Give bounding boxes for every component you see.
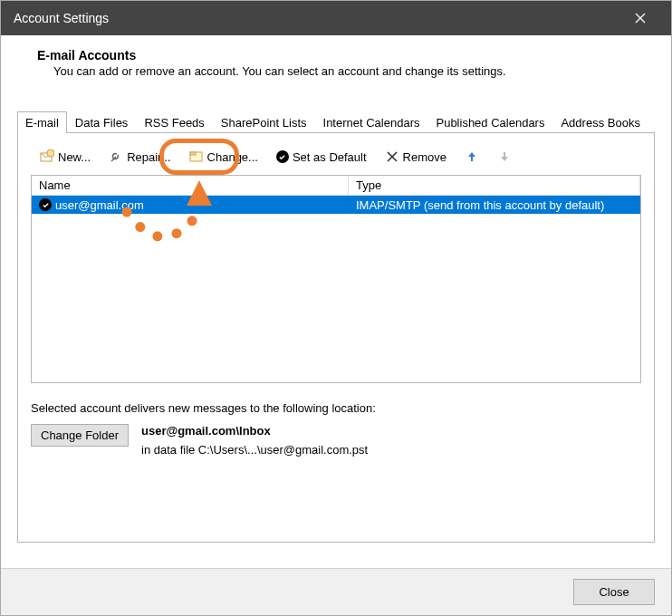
- svg-point-3: [47, 149, 54, 157]
- page-description: You can add or remove an account. You ca…: [53, 64, 644, 78]
- close-button[interactable]: [622, 1, 658, 35]
- col-header-name[interactable]: Name: [32, 176, 349, 195]
- list-header: Name Type: [32, 176, 640, 196]
- account-list[interactable]: Name Type user@gmail.com IMAP/SMTP (send…: [31, 175, 641, 383]
- page-title: E-mail Accounts: [37, 48, 644, 63]
- repair-label: Repair...: [127, 150, 170, 164]
- toolbar: New... Repair... Change... Set as Defaul…: [31, 146, 641, 175]
- remove-label: Remove: [403, 150, 446, 164]
- titlebar: Account Settings: [1, 1, 671, 35]
- delivery-datafile: in data file C:\Users\...\user@gmail.com…: [141, 443, 368, 457]
- new-label: New...: [58, 150, 91, 164]
- move-up-button[interactable]: [459, 148, 485, 166]
- delivery-location: user@gmail.com\Inbox: [141, 424, 368, 438]
- remove-x-icon: [385, 149, 399, 164]
- check-icon: [276, 150, 289, 163]
- tab-strip: E-mail Data Files RSS Feeds SharePoint L…: [17, 111, 655, 133]
- tab-rss-feeds[interactable]: RSS Feeds: [136, 111, 212, 133]
- repair-icon: [109, 149, 123, 164]
- change-label: Change...: [207, 150, 258, 164]
- close-icon: [635, 13, 646, 24]
- new-mail-icon: [40, 149, 54, 164]
- account-name: user@gmail.com: [55, 198, 144, 212]
- tab-data-files[interactable]: Data Files: [67, 111, 137, 133]
- move-down-button[interactable]: [492, 148, 517, 166]
- tab-address-books[interactable]: Address Books: [552, 111, 648, 133]
- new-button[interactable]: New...: [34, 148, 96, 166]
- set-default-label: Set as Default: [293, 150, 367, 164]
- header-block: E-mail Accounts You can add or remove an…: [1, 35, 671, 85]
- default-check-icon: [39, 198, 52, 211]
- delivery-block: Selected account delivers new messages t…: [31, 401, 641, 457]
- set-default-button[interactable]: Set as Default: [271, 149, 372, 166]
- remove-button[interactable]: Remove: [379, 148, 452, 166]
- repair-button[interactable]: Repair...: [103, 148, 176, 166]
- tab-email[interactable]: E-mail: [17, 111, 67, 133]
- tab-sharepoint-lists[interactable]: SharePoint Lists: [213, 111, 315, 133]
- footer-bar: Close: [1, 568, 671, 615]
- change-button[interactable]: Change...: [184, 148, 264, 166]
- change-folder-icon: [189, 149, 204, 164]
- tab-panel-email: New... Repair... Change... Set as Defaul…: [17, 133, 655, 543]
- change-folder-button[interactable]: Change Folder: [31, 424, 129, 447]
- svg-rect-5: [190, 152, 196, 155]
- delivery-intro: Selected account delivers new messages t…: [31, 401, 641, 415]
- tab-published-calendars[interactable]: Published Calendars: [427, 111, 552, 133]
- arrow-down-icon: [497, 149, 512, 164]
- arrow-up-icon: [465, 149, 479, 164]
- account-type: IMAP/SMTP (send from this account by def…: [349, 198, 611, 212]
- col-header-type[interactable]: Type: [349, 176, 640, 195]
- tab-internet-calendars[interactable]: Internet Calendars: [315, 111, 428, 133]
- window-title: Account Settings: [14, 11, 109, 25]
- close-button-footer[interactable]: Close: [573, 579, 655, 605]
- account-row[interactable]: user@gmail.com IMAP/SMTP (send from this…: [32, 196, 640, 214]
